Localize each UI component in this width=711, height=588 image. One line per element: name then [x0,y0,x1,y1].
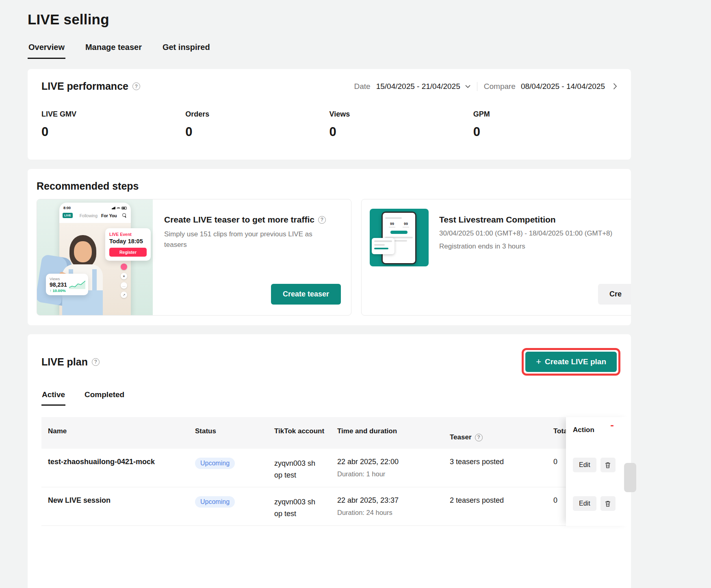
teaser-card-description: Simply use 151 clips from your previous … [164,229,335,251]
live-badge: LIVE [63,213,73,218]
table-row: test-zhaoshuailong-0421-mock Upcoming zy… [41,449,631,487]
header-teaser: Teaser ? [442,417,547,449]
table-action-column: Action - Edit Edit [566,417,631,526]
date-range-select[interactable]: 15/04/2025 - 21/04/2025 [376,82,470,91]
plus-icon: + [536,357,541,366]
row-actions: Edit [566,487,631,526]
plan-name: test-zhaoshuailong-0421-mock [41,449,187,487]
next-period-button[interactable] [613,83,617,90]
teaser-card-title: Create LIVE teaser to get more traffic [164,215,314,225]
plan-time: 22 abr 2025, 23:37 [337,496,442,505]
header-time-duration: Time and duration [331,417,442,449]
header-teaser-label: Teaser [450,432,472,443]
create-live-plan-button[interactable]: + Create LIVE plan [525,352,617,372]
competition-title: Test Livestream Competition [439,215,556,225]
heart-icon: ♥ [121,273,127,279]
create-live-plan-label: Create LIVE plan [545,357,606,366]
comment-icon: … [121,282,127,289]
performance-title: LIVE performance [41,80,128,92]
edit-button[interactable]: Edit [573,496,596,511]
date-label: Date [354,82,371,91]
mock-stat-value: 99 [404,222,408,226]
chevron-down-icon [465,85,470,88]
tiktok-account: zyqvn003 shop test [274,458,317,481]
metric-label: Orders [185,110,329,119]
live-event-popup: LIVE Event Today 18:05 Register [105,228,151,261]
competition-image: 99 99 [370,209,429,266]
views-stat-popup: Views 98,231 ↑ 10.00% [46,274,88,295]
overall-strap [92,269,97,292]
share-icon: ↗ [121,292,127,298]
plan-time: 22 abr 2025, 22:00 [337,458,442,466]
delete-button[interactable] [600,458,616,472]
metric-value: 0 [185,125,329,139]
phone-tab-following: Following [80,213,98,218]
header-action: Action - [566,417,631,449]
metric-live-gmv: LIVE GMV 0 [41,110,185,139]
date-range-value: 15/04/2025 - 21/04/2025 [376,82,460,91]
signal-icon [112,207,115,210]
register-button: Register [109,248,147,257]
plan-time-cell: 22 abr 2025, 22:00 Duration: 1 hour [331,449,442,487]
search-icon [122,213,127,218]
plan-status-cell: Upcoming [187,449,266,487]
table-row: New LIVE session Upcoming zyqvn003 shop … [41,487,631,526]
metric-views: Views 0 [329,110,473,139]
red-highlight-annotation: + Create LIVE plan [522,348,620,376]
views-change-value: 10.00% [52,288,65,293]
delete-button[interactable] [600,496,616,511]
teaser-promo-image: 8:00 LIVE Following For You [37,199,153,315]
header-name: Name [41,417,187,449]
mock-stat-value: 99 [390,222,394,226]
collapsed-panel-handle[interactable] [624,463,636,492]
plan-teaser: 2 teasers posted [442,487,547,525]
metric-label: Views [329,110,473,119]
plan-total: 0 [547,449,566,487]
metric-label: LIVE GMV [41,110,185,119]
edit-button[interactable]: Edit [573,458,596,472]
plan-account-cell: zyqvn003 shop test [266,487,331,525]
up-arrow-icon: ↑ [50,288,52,293]
create-teaser-button[interactable]: Create teaser [271,284,341,305]
battery-icon [121,207,127,210]
metric-value: 0 [41,125,185,139]
header-total: Total [547,417,566,449]
live-event-label: LIVE Event [109,232,147,237]
create-teaser-promo-card: 8:00 LIVE Following For You [37,199,351,316]
tab-manage-teaser[interactable]: Manage teaser [85,43,143,59]
mock-text-bar [374,248,388,249]
mock-stats: 99 99 [385,222,413,228]
wifi-icon [117,208,120,210]
compare-label: Compare [484,82,516,91]
tab-completed[interactable]: Completed [84,390,125,406]
tab-overview[interactable]: Overview [28,43,65,59]
chevron-right-icon [613,83,617,90]
phone-status-time: 8:00 [63,206,71,210]
help-icon[interactable]: ? [475,434,483,441]
help-icon[interactable]: ? [318,216,326,224]
tab-get-inspired[interactable]: Get inspired [162,43,211,59]
mock-text-bar [374,244,385,246]
compare-range-value[interactable]: 08/04/2025 - 14/04/2025 [521,82,605,91]
header-tiktok-account: TikTok account [266,417,331,449]
metric-label: GPM [473,110,617,119]
plan-total: 0 [547,487,566,525]
competition-action-button[interactable]: Cre [598,284,631,305]
table-header-row: Name Status TikTok account Time and dura… [41,417,631,449]
help-icon[interactable]: ? [132,82,140,90]
live-plan-card: LIVE plan ? + Create LIVE plan Active Co… [28,334,631,588]
competition-registration-note: Registration ends in 3 hours [439,242,612,251]
status-badge: Upcoming [195,458,235,469]
plan-account-cell: zyqvn003 shop test [266,449,331,487]
live-event-time: Today 18:05 [109,238,147,244]
tiktok-account: zyqvn003 shop test [274,496,317,520]
avatar-icon [121,264,127,270]
plan-time-cell: 22 abr 2025, 23:37 Duration: 24 hours [331,487,442,525]
page-title: LIVE selling [28,11,631,28]
plan-teaser: 3 teasers posted [442,449,547,487]
recommended-steps-title: Recommended steps [37,180,622,192]
phone-status-icons [112,207,127,210]
tab-active[interactable]: Active [41,390,65,406]
mock-text-bar [385,217,402,219]
help-icon[interactable]: ? [92,358,100,366]
